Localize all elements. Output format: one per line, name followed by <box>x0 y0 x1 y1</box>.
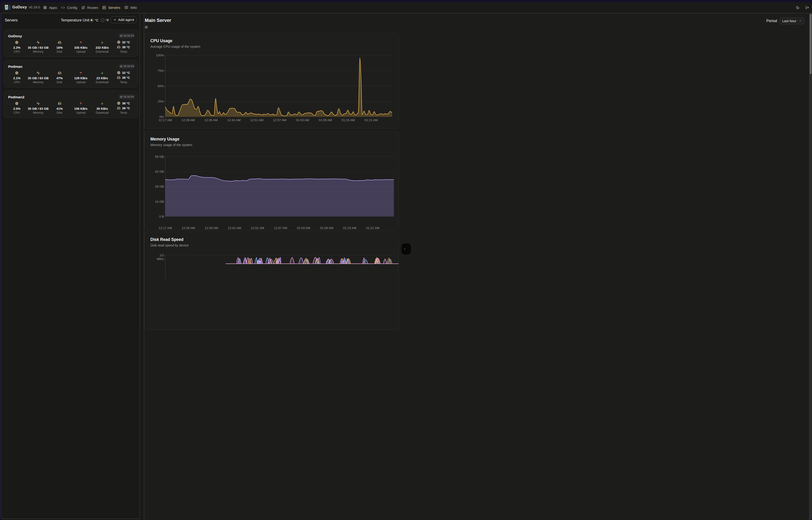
svg-text:50%: 50% <box>158 84 164 88</box>
svg-text:01:03 AM: 01:03 AM <box>297 226 310 230</box>
svg-text:12:51 AM: 12:51 AM <box>251 226 264 230</box>
svg-text:12:35 AM: 12:35 AM <box>204 119 218 122</box>
svg-text:MB/s: MB/s <box>157 257 164 260</box>
svg-text:01:15 AM: 01:15 AM <box>341 119 355 122</box>
svg-text:01:09 AM: 01:09 AM <box>319 119 332 122</box>
svg-text:0%: 0% <box>159 115 164 119</box>
svg-text:56 GB: 56 GB <box>155 155 164 158</box>
svg-text:1/2: 1/2 <box>160 254 164 257</box>
svg-text:100%: 100% <box>156 54 164 57</box>
svg-text:01:21 AM: 01:21 AM <box>366 226 379 230</box>
svg-text:14 GB: 14 GB <box>155 200 164 203</box>
svg-text:0 B: 0 B <box>159 215 164 218</box>
svg-text:28 GB: 28 GB <box>155 185 164 188</box>
svg-text:12:17 AM: 12:17 AM <box>159 226 172 230</box>
svg-text:01:09 AM: 01:09 AM <box>320 226 333 230</box>
svg-text:12:41 AM: 12:41 AM <box>227 119 241 122</box>
svg-text:12:35 AM: 12:35 AM <box>205 226 218 230</box>
svg-text:12:51 AM: 12:51 AM <box>250 119 263 122</box>
svg-text:75%: 75% <box>158 69 164 73</box>
svg-text:12:41 AM: 12:41 AM <box>228 226 241 230</box>
svg-text:01:03 AM: 01:03 AM <box>296 119 309 122</box>
svg-text:12:17 AM: 12:17 AM <box>159 119 172 122</box>
svg-text:01:15 AM: 01:15 AM <box>343 226 356 230</box>
svg-text:12:57 AM: 12:57 AM <box>274 226 287 230</box>
svg-text:25%: 25% <box>158 100 164 103</box>
svg-text:12:26 AM: 12:26 AM <box>181 119 195 122</box>
svg-text:12:26 AM: 12:26 AM <box>181 226 195 230</box>
svg-text:01:21 AM: 01:21 AM <box>364 119 377 122</box>
svg-text:12:57 AM: 12:57 AM <box>273 119 286 122</box>
svg-text:42 GB: 42 GB <box>155 170 164 173</box>
